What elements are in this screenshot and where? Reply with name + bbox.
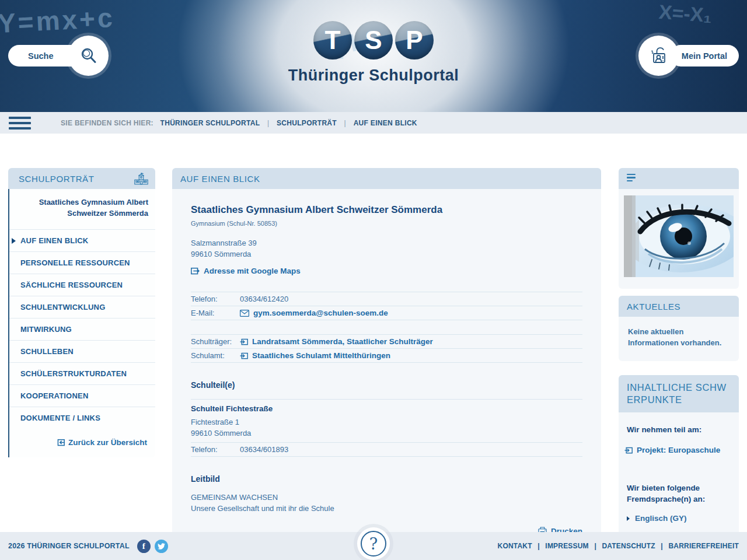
sidebar-item-kooperationen[interactable]: KOOPERATIONEN — [9, 384, 155, 407]
org-table: Schulträger: Landratsamt Sömmerda, Staat… — [191, 334, 582, 363]
aktuelles-box: AKTUELLES Keine aktuellen Informationen … — [619, 296, 739, 361]
footer-link-impressum[interactable]: IMPRESSUM — [545, 542, 588, 550]
sidebar-item-mitwirkung[interactable]: MITWIRKUNG — [9, 318, 155, 340]
breadcrumb-prefix: SIE BEFINDEN SICH HIER: — [61, 119, 153, 127]
schulteil-name: Schulteil Fichtestraße — [191, 399, 582, 416]
sidebar-item-label: KOOPERATIONEN — [20, 391, 88, 400]
image-box-header — [619, 168, 739, 189]
back-to-overview-link[interactable]: Zurück zur Übersicht — [9, 438, 155, 447]
menu-icon[interactable] — [9, 117, 31, 132]
logo-title: Thüringer Schulportal — [288, 66, 459, 85]
copyright-text: 2026 THÜRINGER SCHULPORTAL — [8, 542, 130, 550]
logo-letter-s: S — [354, 21, 393, 60]
sidebar-item-auf-einen-blick[interactable]: AUF EINEN BLICK — [9, 229, 155, 251]
sidebar-item-saechliche-ressourcen[interactable]: SÄCHLICHE RESSOURCEN — [9, 274, 155, 296]
schulteile-heading: Schulteil(e) — [191, 380, 582, 390]
telefon-label: Telefon: — [191, 295, 240, 303]
schwerpunkte-header: INHALTLICHE SCHWERPUNKTE — [619, 375, 739, 412]
content-area: SCHULPORTRÄT — [0, 134, 747, 533]
leitbild-heading: Leitbild — [191, 474, 582, 484]
return-arrow-icon — [56, 438, 65, 447]
help-button[interactable]: ? — [357, 527, 390, 560]
list-toggle-icon[interactable] — [627, 174, 636, 184]
schultraeger-link[interactable]: Landratsamt Sömmerda, Staatlicher Schult… — [240, 337, 433, 346]
breadcrumb-bar: SIE BEFINDEN SICH HIER: THÜRINGER SCHULP… — [0, 112, 747, 134]
sidebar-school-name: Staatliches Gymnasium Albert Schweitzer … — [9, 189, 155, 229]
logo-circles: T S P — [313, 21, 434, 60]
footer-separator: | — [661, 542, 663, 550]
email-link[interactable]: gym.soemmerda@schulen-soem.de — [240, 309, 388, 317]
schulteil-telefon-value: 03634/601893 — [240, 445, 288, 454]
table-row-telefon: Telefon: 03634/612420 — [191, 292, 582, 306]
sidebar-item-label: MITWIRKUNG — [20, 325, 72, 334]
sidebar-body: Staatliches Gymnasium Albert Schweitzer … — [8, 189, 155, 457]
breadcrumb-item-current[interactable]: AUF EINEN BLICK — [354, 119, 417, 127]
schulteil-telefon-label: Telefon: — [191, 445, 240, 454]
aktuelles-header: AKTUELLES — [619, 296, 739, 317]
sidebar-item-label: SÄCHLICHE RESSOURCEN — [20, 281, 123, 289]
sidebar-item-label: DOKUMENTE / LINKS — [20, 414, 100, 422]
sidebar-title: SCHULPORTRÄT — [19, 174, 94, 184]
sidebar-item-label: SCHULENTWICKLUNG — [20, 303, 105, 312]
portal-button[interactable]: Mein Portal — [670, 45, 739, 66]
table-row-schulteil-telefon: Telefon: 03634/601893 — [191, 442, 582, 457]
sidebar-item-label: SCHULLEBEN — [20, 347, 74, 356]
school-type: Gymnasium (Schul-Nr. 50853) — [191, 220, 582, 227]
schulteil-street: Fichtestraße 1 — [191, 416, 582, 428]
external-link-icon — [191, 267, 200, 275]
europaschule-link[interactable]: Projekt: Europaschule — [624, 446, 720, 454]
footer-separator: | — [537, 542, 540, 550]
sidebar-item-label: PERSONELLE RESSOURCEN — [20, 258, 130, 267]
google-maps-link[interactable]: Adresse mit Google Maps — [191, 267, 301, 275]
europaschule-link-label: Projekt: Europaschule — [637, 446, 720, 454]
internal-link-icon — [624, 446, 633, 454]
footer-link-kontakt[interactable]: KONTAKT — [498, 542, 532, 550]
facebook-icon[interactable]: f — [137, 540, 151, 553]
sprachen-heading: Wir bieten folgende Fremdsprache(n) an: — [627, 482, 731, 505]
footer-link-barrierefreiheit[interactable]: BARRIEREFREIHEIT — [668, 542, 739, 550]
telefon-value: 03634/612420 — [240, 295, 288, 303]
schultraeger-label: Schulträger: — [191, 337, 240, 346]
table-row-email: E-Mail: gym.soemmerda@schulen-soem.de — [191, 306, 582, 320]
table-row-schultraeger: Schulträger: Landratsamt Sömmerda, Staat… — [191, 334, 582, 348]
site-logo[interactable]: T S P Thüringer Schulportal — [0, 21, 747, 85]
envelope-icon — [240, 310, 249, 317]
internal-link-icon — [240, 338, 248, 346]
footer-link-datenschutz[interactable]: DATENSCHUTZ — [602, 542, 655, 550]
contact-table: Telefon: 03634/612420 E-Mail: — [191, 292, 582, 320]
aktuelles-title: AKTUELLES — [627, 302, 680, 312]
breadcrumb-separator: | — [344, 119, 346, 127]
schulamt-link[interactable]: Staatliches Schulamt Mittelthüringen — [240, 351, 390, 360]
right-column: AKTUELLES Keine aktuellen Informationen … — [619, 168, 739, 560]
sidebar-item-personelle-ressourcen[interactable]: PERSONELLE RESSOURCEN — [9, 251, 155, 274]
schulteil-block: Schulteil Fichtestraße Fichtestraße 1 99… — [191, 399, 582, 457]
active-item-arrow-icon — [12, 238, 16, 244]
sidebar-item-schulentwicklung[interactable]: SCHULENTWICKLUNG — [9, 296, 155, 318]
page-title: Staatliches Gymnasium Albert Schweitzer … — [191, 204, 582, 216]
sidebar-item-schuelerstrukturdaten[interactable]: SCHÜLERSTRUKTURDATEN — [9, 362, 155, 384]
main-panel-body: Staatliches Gymnasium Albert Schweitzer … — [172, 189, 601, 560]
logo-letter-p: P — [395, 21, 434, 60]
language-item-englisch[interactable]: Englisch (GY) — [627, 514, 731, 523]
email-label: E-Mail: — [191, 309, 240, 317]
breadcrumb-item-schulportraet[interactable]: SCHULPORTRÄT — [277, 119, 337, 127]
lock-user-icon — [648, 46, 669, 66]
sidebar-item-dokumente-links[interactable]: DOKUMENTE / LINKS — [9, 407, 155, 429]
main-panel-title: AUF EINEN BLICK — [180, 174, 260, 184]
breadcrumb: SIE BEFINDEN SICH HIER: THÜRINGER SCHULP… — [61, 119, 417, 127]
sidebar-item-label: SCHÜLERSTRUKTURDATEN — [20, 369, 127, 378]
google-maps-link-label: Adresse mit Google Maps — [204, 267, 301, 275]
table-row-schulamt: Schulamt: Staatliches Schulamt Mittelthü… — [191, 348, 582, 363]
sidebar-item-schulleben[interactable]: SCHULLEBEN — [9, 340, 155, 362]
email-link-label: gym.soemmerda@schulen-soem.de — [253, 309, 388, 317]
twitter-icon[interactable] — [155, 540, 168, 553]
help-question-icon: ? — [361, 531, 386, 556]
school-city: 99610 Sömmerda — [191, 249, 582, 260]
site-header: Y=mx+c phi X=-X₁ Suche T S P Thüringer S… — [0, 0, 747, 112]
breadcrumb-item-home[interactable]: THÜRINGER SCHULPORTAL — [160, 119, 260, 127]
schulamt-link-label: Staatliches Schulamt Mittelthüringen — [252, 351, 390, 360]
sidebar-item-label: AUF EINEN BLICK — [20, 236, 88, 245]
portal-button-label: Mein Portal — [682, 51, 727, 61]
page: Y=mx+c phi X=-X₁ Suche T S P Thüringer S… — [0, 0, 747, 560]
school-street: Salzmannstraße 39 — [191, 237, 582, 249]
